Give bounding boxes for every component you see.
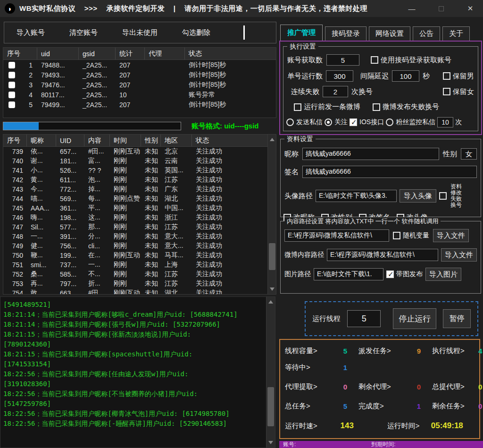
scroll-up-icon[interactable]: [270, 138, 275, 141]
col-header-status[interactable]: 状态: [185, 48, 276, 59]
account-row[interactable]: 279493..._2A25...207倒计时[85]秒: [3, 70, 276, 80]
cell-no: 740: [3, 157, 27, 165]
account-row[interactable]: 480117..._2A25...10账号异常: [3, 90, 276, 100]
col2-header-gender[interactable]: 性别: [141, 135, 161, 146]
collect-row[interactable]: 753再...797...折...刚刚未知江苏关注成功: [3, 279, 267, 288]
tab-about[interactable]: 关于: [442, 26, 470, 41]
row-checkbox[interactable]: [8, 62, 15, 68]
import-file-button[interactable]: 导入文件: [433, 229, 469, 242]
row-checkbox[interactable]: [8, 72, 15, 78]
random-var-checkbox[interactable]: 随机变量: [393, 231, 429, 240]
scroll-down-icon[interactable]: [268, 441, 273, 444]
scroll-down-icon[interactable]: [270, 287, 275, 291]
stop-run-button[interactable]: 停止运行: [393, 308, 436, 329]
import-file2-button[interactable]: 导入文件: [441, 248, 477, 262]
maximize-button[interactable]: [435, 2, 447, 15]
use-sms-checkbox[interactable]: 使用接码登录获取账号: [371, 56, 451, 65]
collect-row[interactable]: 742黄...611...泡...刚刚未知江苏关注成功: [3, 175, 267, 185]
collect-row[interactable]: 752桑...585...不...刚刚未知江苏关注成功: [3, 270, 267, 279]
col-header-count[interactable]: 统计: [116, 48, 145, 59]
single-run-input[interactable]: 300: [326, 70, 353, 82]
log-line: 18:21:14；当前已采集到用户昵称[哆啦c_dream]用户uid: [56…: [3, 310, 261, 320]
collect-table-scrollbar[interactable]: [267, 135, 276, 294]
with-image-checkbox[interactable]: 带图发布: [386, 270, 423, 279]
keep-female-checkbox[interactable]: 保留女: [443, 87, 474, 96]
col-header-no[interactable]: 序号: [3, 48, 37, 59]
radio-follow[interactable]: 关注: [325, 118, 348, 127]
thread-count-input[interactable]: 5: [347, 310, 381, 327]
collect-row[interactable]: 750鞭...199...在...刚刚互动未知马耳...关注成功: [3, 251, 267, 260]
radio-send-dm[interactable]: 发送私信: [286, 118, 323, 127]
pre-post-checkbox[interactable]: 运行前发一条微博: [294, 102, 360, 111]
collect-row[interactable]: 741小...526...?? ?刚刚未知英国...关注成功: [3, 166, 267, 175]
account-row[interactable]: 579499..._2A25...207倒计时[85]秒: [3, 100, 276, 110]
collect-row[interactable]: 746嗨...198...这...刚刚未知浙江关注成功: [3, 213, 267, 222]
scrollbar-thumb[interactable]: [267, 387, 274, 426]
import-image-button[interactable]: 导入图片: [425, 268, 461, 281]
cell-status: 关注成功: [192, 232, 267, 241]
col-header-uid[interactable]: uid: [37, 48, 79, 59]
collect-row[interactable]: 740谢...181...富...刚刚未知云南关注成功: [3, 156, 267, 166]
account-row[interactable]: 379476..._2A25...207倒计时[85]秒: [3, 80, 276, 90]
scroll-up-icon[interactable]: [268, 300, 273, 304]
col-header-gsid[interactable]: gsid: [79, 48, 116, 59]
close-button[interactable]: ✕: [464, 2, 476, 15]
fail-count-input[interactable]: 2: [323, 86, 348, 97]
col-header-proxy[interactable]: 代理: [145, 48, 185, 59]
tab-network[interactable]: 网络设置: [369, 26, 410, 41]
collect-table-header: 序号 昵称 UID 内容 时间 性别 地区 状态: [3, 135, 267, 147]
import-accounts-button[interactable]: 导入账号: [17, 28, 45, 37]
clear-accounts-button[interactable]: 清空账号: [69, 28, 98, 37]
tab-sms-login[interactable]: 接码登录: [325, 26, 366, 41]
nickname-input[interactable]: 搞钱威ya66666: [302, 148, 439, 160]
log-scrollbar[interactable]: [266, 297, 275, 448]
fail-switch-checkbox[interactable]: 微博发布失败换号: [373, 102, 439, 111]
keep-male-checkbox[interactable]: 保留男: [443, 72, 474, 81]
fans-dm-count-input[interactable]: 10: [437, 117, 453, 127]
signature-input[interactable]: 搞钱威ya66666: [302, 166, 477, 178]
col2-header-nick[interactable]: 昵称: [27, 135, 56, 146]
stat-value: 4: [478, 347, 482, 355]
col2-header-no[interactable]: 序号: [3, 135, 27, 146]
interval-input[interactable]: 100: [392, 70, 419, 82]
ios-api-checkbox[interactable]: IOS接口: [350, 118, 384, 127]
exec-settings-legend: 执行设置: [287, 42, 318, 51]
image-path-input[interactable]: E:\临时文件下载\1.: [314, 268, 383, 280]
window-title: WB实时私信协议 >>> 承接软件定制开发 | 请勿用于非法用途，一切后果与作者…: [19, 4, 374, 13]
col2-header-uid[interactable]: UID: [56, 135, 84, 146]
minimize-button[interactable]: —: [406, 2, 418, 15]
delete-checked-button[interactable]: 勾选删除: [182, 28, 210, 37]
collect-row[interactable]: 748一...391...分...刚刚未知意大...关注成功: [3, 232, 267, 241]
col2-header-content[interactable]: 内容: [84, 135, 110, 146]
weibo-content-path-input[interactable]: E:\程序源码\微博发私信软件\: [327, 249, 438, 261]
col2-header-time[interactable]: 时间: [110, 135, 141, 146]
avatar-path-input[interactable]: E:\临时文件下载\头像3.: [316, 190, 397, 202]
stat-value: 1: [406, 402, 432, 410]
account-row[interactable]: 179488..._2A25...207倒计时[85]秒: [3, 60, 276, 70]
collect-row[interactable]: 744喵...569...每...刚刚点赞未知湖北关注成功: [3, 194, 267, 203]
radio-fans-monitor[interactable]: 粉丝监控私信: [386, 118, 435, 127]
row-checkbox[interactable]: [8, 92, 15, 98]
export-unused-button[interactable]: 导出未使用: [122, 28, 158, 37]
col2-header-status[interactable]: 状态: [192, 135, 267, 146]
row-checkbox[interactable]: [8, 101, 15, 108]
collect-row[interactable]: 747Sil...577...那...刚刚未知江苏关注成功: [3, 222, 267, 232]
collect-row[interactable]: 743今...772...掉...刚刚未知广东关注成功: [3, 185, 267, 194]
col2-header-region[interactable]: 地区: [161, 135, 192, 146]
profile-fail-switch-checkbox[interactable]: [439, 192, 447, 200]
collect-row[interactable]: 749健...756...cli...刚刚未知意大...关注成功: [3, 241, 267, 251]
scrollbar-thumb[interactable]: [269, 243, 275, 270]
import-avatar-button[interactable]: 导入头像: [400, 189, 436, 203]
collect-row[interactable]: 739依...657...#田...刚刚互动未知北京关注成功: [3, 147, 267, 156]
cell-gender: 未知: [141, 176, 161, 184]
fetch-count-input[interactable]: 5: [326, 54, 359, 66]
row-checkbox[interactable]: [8, 82, 15, 88]
collect-row[interactable]: 754敢...663...#田...刚刚互动未知湖北关注成功: [3, 288, 267, 295]
pause-button[interactable]: 暂停: [443, 309, 471, 328]
tab-promotion[interactable]: 推广管理: [280, 25, 323, 41]
tab-announcement[interactable]: 公告: [413, 26, 440, 41]
gender-input[interactable]: 女: [461, 148, 477, 160]
collect-row[interactable]: 745AAA...361...平...刚刚未知中国...关注成功: [3, 203, 267, 213]
collect-row[interactable]: 751smi...737...一...刚刚未知上海关注成功: [3, 260, 267, 270]
dm-content-path-input[interactable]: E:\程序源码\微博发私信软件\: [284, 229, 389, 242]
